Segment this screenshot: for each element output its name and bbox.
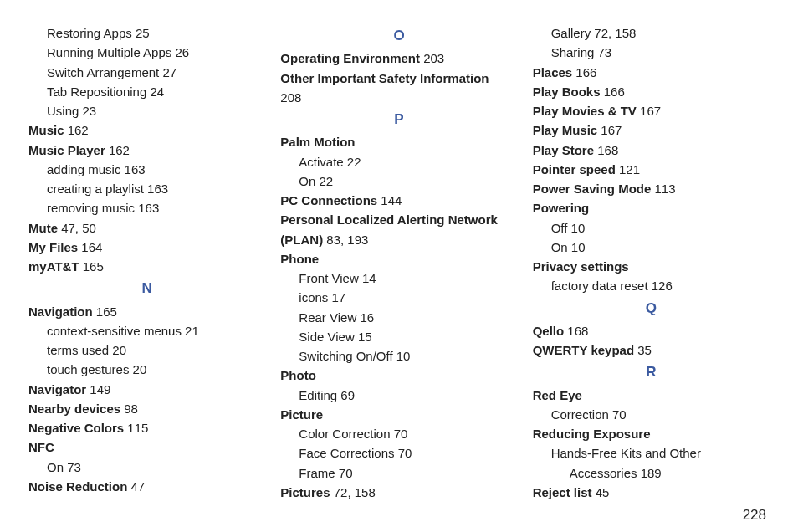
index-subentry: Frame (299, 466, 335, 480)
index-entry: Play Books 166 (533, 82, 770, 101)
index-page-ref: 15 (355, 330, 372, 344)
index-entry: Activate 22 (280, 152, 517, 171)
index-page-ref: 35 (634, 343, 652, 357)
index-page-ref: 162 (105, 143, 130, 157)
index-term: Music Player (28, 143, 105, 157)
index-page-ref: 14 (359, 271, 376, 285)
index-page-ref: 165 (93, 304, 117, 319)
index-entry: Restoring Apps 25 (28, 23, 265, 43)
index-page-ref: 21 (182, 324, 199, 338)
index-page-ref: 167 (637, 104, 661, 118)
index-column-1: Restoring Apps 25Running Multiple Apps 2… (28, 23, 265, 492)
index-page-ref: 203 (420, 51, 444, 65)
index-entry: Switching On/Off 10 (280, 346, 517, 366)
index-entry: Red Eye (533, 386, 770, 405)
index-entry: Reject list 45 (533, 483, 770, 502)
index-entry: Editing 69 (280, 386, 517, 405)
index-letter-heading: O (280, 25, 517, 47)
index-page-ref: 167 (597, 123, 622, 137)
index-subentry: Gallery (551, 26, 591, 40)
index-entry: Noise Reduction 47 (28, 477, 265, 496)
index-entry: Nearby devices 98 (28, 399, 265, 418)
index-page-ref: 10 (568, 240, 586, 254)
index-term: Powering (533, 201, 590, 215)
index-page-ref: 26 (171, 45, 189, 59)
index-term: Power Saving Mode (533, 182, 652, 196)
index-subentry: Accessories (570, 466, 637, 480)
index-entry: Personal Localized Alerting Network (PLA… (280, 210, 517, 249)
index-subentry: Switch Arrangement (47, 65, 159, 79)
index-term: Mute (28, 221, 58, 235)
index-entry: Palm Motion (280, 132, 517, 151)
index-entry: Navigation 165 (28, 302, 265, 321)
index-subentry: Sharing (551, 45, 595, 59)
index-entry: Pointer speed 121 (533, 160, 770, 179)
index-page-ref: 162 (64, 123, 89, 137)
index-column-2: OOperating Environment 203Other Importan… (280, 23, 517, 492)
index-entry: Navigator 149 (28, 380, 265, 399)
index-term: Play Movies & TV (533, 104, 637, 118)
index-page-ref: 115 (124, 421, 148, 435)
index-subentry: Switching On/Off (299, 349, 392, 363)
index-term: Photo (280, 368, 316, 382)
index-entry: Rear View 16 (280, 308, 517, 327)
index-page-ref: 72, 158 (591, 26, 636, 40)
index-page-ref: 10 (567, 221, 585, 235)
index-columns: Restoring Apps 25Running Multiple Apps 2… (28, 23, 770, 492)
index-page-ref: 22 (315, 174, 333, 188)
index-column-3: Gallery 72, 158Sharing 73Places 166Play … (533, 23, 770, 492)
index-page-ref: 24 (146, 84, 164, 99)
index-subentry: context-sensitive menus (47, 324, 182, 338)
index-term: Pointer speed (533, 162, 616, 176)
index-term: Pictures (280, 485, 330, 499)
index-term: Play Music (533, 123, 598, 137)
index-term: Phone (280, 252, 319, 266)
index-entry: Using 23 (28, 101, 265, 120)
index-entry: icons 17 (280, 288, 517, 307)
index-entry: Gallery 72, 158 (533, 23, 770, 43)
index-subentry: Front View (299, 271, 358, 285)
index-subentry: touch gestures (47, 362, 129, 376)
index-entry: Tab Repositioning 24 (28, 82, 265, 101)
index-entry: Off 10 (533, 218, 770, 238)
index-term: NFC (28, 440, 54, 454)
index-term: Navigator (28, 382, 86, 396)
index-entry: Correction 70 (533, 405, 770, 424)
index-subentry: factory data reset (551, 279, 648, 293)
index-entry: PC Connections 144 (280, 191, 517, 210)
index-subentry: Correction (551, 407, 609, 422)
index-entry: factory data reset 126 (533, 276, 770, 295)
index-term: Nearby devices (28, 402, 120, 416)
index-entry: Play Store 168 (533, 141, 770, 160)
index-page-ref: 17 (328, 290, 345, 304)
index-page-ref: 10 (393, 349, 411, 363)
index-entry: Mute 47, 50 (28, 218, 265, 238)
index-entry: terms used 20 (28, 340, 265, 360)
index-entry: myAT&T 165 (28, 257, 265, 276)
index-page-ref: 70 (395, 446, 412, 460)
index-entry: Sharing 73 (533, 43, 770, 62)
index-entry: Reducing Exposure (533, 424, 770, 443)
page-number: 228 (743, 507, 766, 524)
index-page-ref: 47 (127, 479, 145, 494)
index-page-ref: 165 (79, 259, 104, 274)
index-term: My Files (28, 240, 78, 254)
index-term: QWERTY keypad (533, 343, 634, 357)
index-entry: Power Saving Mode 113 (533, 179, 770, 198)
index-letter-heading: N (28, 278, 265, 299)
index-subentry: On (299, 174, 315, 188)
index-term: Privacy settings (533, 259, 629, 274)
index-entry: touch gestures 20 (28, 360, 265, 379)
index-term: PC Connections (280, 193, 377, 207)
index-entry: removing music 163 (28, 198, 265, 217)
index-page-ref: 72, 158 (330, 485, 376, 499)
index-entry: Front View 14 (280, 269, 517, 288)
index-page-ref: 164 (78, 240, 102, 254)
index-page-ref: 168 (594, 143, 618, 157)
index-page-ref: 121 (616, 162, 640, 176)
index-subentry: Face Corrections (299, 446, 394, 460)
index-subentry: On (551, 240, 568, 254)
index-page-ref: 27 (159, 65, 176, 79)
index-term: Noise Reduction (28, 479, 127, 494)
index-page-ref: 70 (391, 427, 408, 441)
